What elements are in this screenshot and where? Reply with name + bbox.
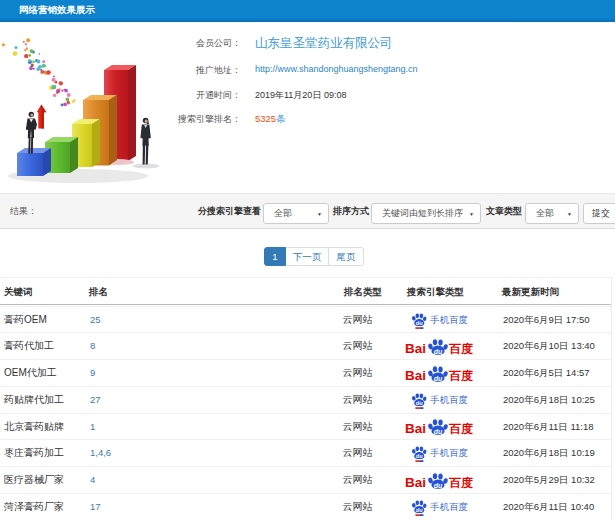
- svg-text:du: du: [434, 481, 443, 488]
- svg-text:du: du: [416, 400, 423, 406]
- svg-text:du: du: [434, 347, 443, 354]
- svg-text:百度: 百度: [448, 476, 473, 490]
- svg-text:百度: 百度: [448, 342, 473, 356]
- svg-text:du: du: [416, 454, 423, 460]
- svg-text:du: du: [416, 507, 423, 513]
- svg-text:Bai: Bai: [405, 421, 426, 436]
- svg-text:百度: 百度: [448, 369, 473, 383]
- svg-text:百度: 百度: [448, 422, 473, 436]
- svg-text:Bai: Bai: [405, 475, 426, 490]
- svg-text:Bai: Bai: [405, 368, 426, 383]
- svg-text:du: du: [416, 320, 423, 326]
- svg-text:Bai: Bai: [405, 341, 426, 356]
- svg-text:du: du: [434, 374, 443, 381]
- svg-text:du: du: [434, 428, 443, 435]
